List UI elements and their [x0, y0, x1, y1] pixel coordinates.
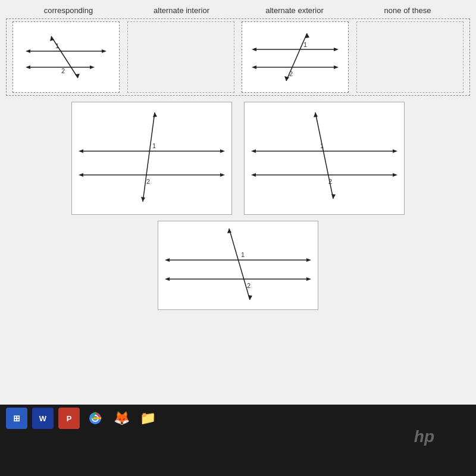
label-corresponding: corresponding: [15, 6, 122, 15]
svg-marker-30: [141, 197, 145, 202]
screen: corresponding alternate interior alterna…: [0, 0, 476, 405]
folder-button[interactable]: 📁: [137, 408, 158, 429]
svg-text:2: 2: [289, 70, 293, 77]
cell-bottom[interactable]: 1 2: [158, 221, 318, 310]
svg-marker-5: [26, 65, 30, 69]
bottom-row: 1 2: [6, 221, 470, 310]
svg-text:1: 1: [152, 142, 156, 149]
svg-marker-13: [252, 48, 256, 51]
svg-marker-40: [314, 112, 318, 117]
firefox-button[interactable]: 🦊: [111, 408, 132, 429]
svg-marker-12: [334, 48, 339, 51]
svg-marker-15: [334, 65, 339, 69]
diagram-corresponding: 1 2: [18, 24, 114, 90]
cell-mid-right[interactable]: 1 2: [244, 102, 405, 215]
svg-marker-52: [248, 295, 252, 300]
svg-text:1: 1: [320, 142, 324, 149]
cell-corresponding[interactable]: 1 2: [12, 21, 120, 93]
svg-text:2: 2: [146, 178, 150, 185]
word-button[interactable]: W: [32, 408, 54, 429]
svg-marker-16: [252, 65, 256, 69]
hp-logo: hp: [414, 427, 434, 446]
windows-button[interactable]: ⊞: [6, 408, 27, 429]
top-dashed-row: 1 2 1 2: [6, 18, 470, 96]
diagram-mid-right: 1 2: [250, 107, 399, 211]
diagram-alternate-exterior: 1 2: [248, 24, 343, 90]
taskbar: ⊞ W P 🦊 📁: [0, 405, 476, 476]
svg-marker-2: [26, 49, 30, 53]
svg-marker-51: [227, 228, 231, 233]
svg-line-50: [229, 228, 250, 300]
svg-marker-24: [79, 149, 83, 153]
svg-marker-46: [165, 258, 170, 262]
cell-mid-left[interactable]: 1 2: [71, 102, 232, 215]
svg-text:1: 1: [55, 42, 59, 49]
svg-marker-23: [220, 149, 225, 153]
chrome-button[interactable]: [84, 408, 106, 429]
middle-row: 1 2 1 2: [6, 102, 470, 215]
header-row: corresponding alternate interior alterna…: [6, 6, 470, 15]
svg-text:1: 1: [241, 251, 245, 258]
diagram-mid-left: 1 2: [77, 107, 226, 211]
svg-line-39: [315, 112, 333, 199]
diagram-bottom: 1 2: [164, 226, 312, 306]
svg-marker-45: [306, 258, 311, 262]
svg-marker-29: [153, 112, 157, 117]
svg-marker-35: [251, 149, 256, 153]
svg-line-28: [143, 112, 155, 202]
label-none-of-these: none of these: [354, 6, 461, 15]
svg-marker-26: [220, 173, 225, 177]
powerpoint-button[interactable]: P: [58, 408, 80, 429]
svg-marker-4: [90, 65, 95, 69]
svg-marker-27: [79, 173, 83, 177]
svg-marker-38: [251, 173, 256, 177]
svg-marker-37: [393, 173, 397, 177]
cell-none-of-these[interactable]: [356, 21, 464, 93]
svg-marker-1: [102, 49, 107, 53]
cell-alternate-exterior[interactable]: 1 2: [242, 21, 349, 93]
svg-text:2: 2: [61, 67, 65, 74]
label-alternate-interior: alternate interior: [128, 6, 235, 15]
cell-alternate-interior[interactable]: [127, 21, 234, 93]
svg-text:2: 2: [247, 282, 250, 289]
svg-text:2: 2: [328, 178, 332, 185]
svg-marker-41: [331, 194, 336, 199]
label-alternate-exterior: alternate exterior: [241, 6, 348, 15]
svg-marker-49: [165, 277, 170, 281]
svg-marker-48: [306, 277, 311, 281]
svg-marker-34: [393, 149, 397, 153]
svg-text:1: 1: [303, 41, 307, 48]
